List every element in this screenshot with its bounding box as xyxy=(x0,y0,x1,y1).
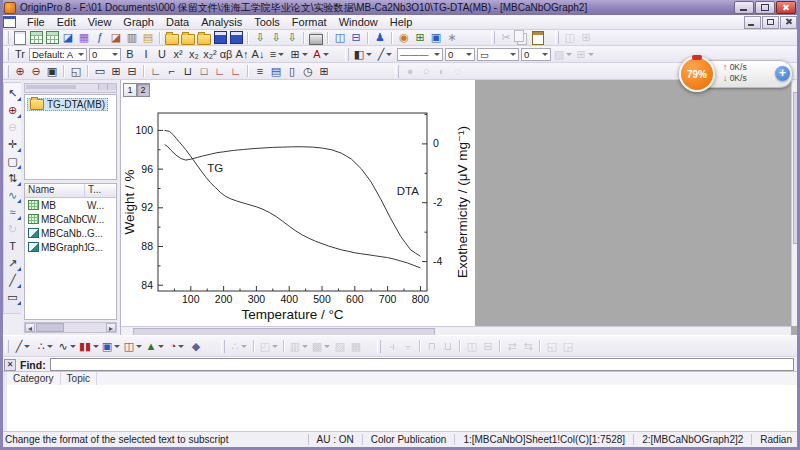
subscript-button[interactable]: x₂ xyxy=(186,47,202,62)
superscript-button[interactable]: x² xyxy=(170,47,186,62)
progress-circle[interactable]: 79% xyxy=(679,56,715,92)
child-close-button[interactable] xyxy=(780,16,797,29)
new-excel-button[interactable] xyxy=(44,30,60,45)
close-button[interactable] xyxy=(776,1,796,14)
list-header[interactable]: Name T... xyxy=(25,184,116,198)
open-button[interactable] xyxy=(164,30,180,45)
list-item[interactable]: MBW... xyxy=(25,198,116,212)
pointer-tool[interactable]: ↖ xyxy=(5,85,21,101)
fill-color-button[interactable]: ◧ xyxy=(352,47,374,62)
results-log-button[interactable]: ⊞ xyxy=(412,30,428,45)
3d-plot-button[interactable]: ◆ xyxy=(188,339,204,354)
border-width-combo[interactable]: 0 xyxy=(521,48,551,61)
child-minimize-button[interactable] xyxy=(744,16,761,29)
merge-graphs-button[interactable]: ▭ xyxy=(92,64,108,79)
close-icon[interactable]: ✕ xyxy=(4,359,16,371)
new-inset-layer-data-button[interactable]: ∟ xyxy=(228,64,244,79)
list-item[interactable]: MBCaNb...G... xyxy=(25,226,116,240)
screen-reader-tool[interactable]: ✛ xyxy=(5,136,21,152)
duplicate-window-button[interactable]: ⊟ xyxy=(348,30,364,45)
pie-chart-button[interactable]: ◔ xyxy=(166,339,188,354)
print-button[interactable] xyxy=(308,30,324,45)
title-bar[interactable]: OriginPro 8 - F:\01 Documents\000 保留文件\淮… xyxy=(0,0,800,15)
open-excel-button[interactable] xyxy=(180,30,196,45)
box-chart-button[interactable]: ◫ xyxy=(122,339,144,354)
border-combo[interactable]: ▭ xyxy=(477,48,519,61)
area-plot-button[interactable]: ▲ xyxy=(144,339,166,354)
project-explorer-button[interactable]: ◉ xyxy=(396,30,412,45)
project-explorer-bottom-scrollbar[interactable] xyxy=(24,322,117,333)
graph-4-panel-button[interactable]: ⊞ xyxy=(108,64,124,79)
italic-button[interactable]: I xyxy=(138,47,154,62)
scroll-right-button[interactable] xyxy=(107,84,116,90)
menu-analysis[interactable]: Analysis xyxy=(195,15,248,29)
paste-button[interactable] xyxy=(530,30,546,45)
add-color-scale-button[interactable]: ▤ xyxy=(268,64,284,79)
scroll-left-button[interactable] xyxy=(25,323,35,332)
new-left-bottom-axes-button[interactable]: ∟ xyxy=(148,64,164,79)
new-function-button[interactable]: ƒ xyxy=(92,30,108,45)
vertical-scrollbar[interactable] xyxy=(791,80,800,326)
selection-on-all-plots-tool[interactable]: ≈ xyxy=(5,204,21,220)
annotation-tool[interactable]: ▢ xyxy=(5,153,21,169)
underline-button[interactable]: U xyxy=(154,47,170,62)
child-restore-button[interactable] xyxy=(762,16,779,29)
list-item[interactable]: MBCaNbOW... xyxy=(25,212,116,226)
line-symbol-plot-button[interactable]: ∿ xyxy=(56,339,78,354)
scroll-right-button[interactable] xyxy=(106,323,116,332)
new-box-axes-button[interactable]: □ xyxy=(196,64,212,79)
folder-item[interactable]: TG-DTA(MB) xyxy=(27,98,108,111)
sub-superscript-button[interactable]: x₂² xyxy=(202,47,218,62)
import-single-ascii-button[interactable]: ⇩ xyxy=(268,30,284,45)
data-selector-tool[interactable]: ⇅ xyxy=(5,170,21,186)
menu-edit[interactable]: Edit xyxy=(51,15,82,29)
log-body[interactable] xyxy=(7,385,800,431)
graph-page[interactable]: 100200300400500600700800848892961000-2-4… xyxy=(121,80,475,326)
menu-window[interactable]: Window xyxy=(333,15,384,29)
collaboration-button[interactable]: ♟ xyxy=(372,30,388,45)
code-builder-button[interactable]: ∗ xyxy=(444,30,460,45)
line-tool[interactable]: ╱ xyxy=(5,272,21,288)
new-legend-button[interactable]: ≡ xyxy=(252,64,268,79)
scrollbar-thumb[interactable] xyxy=(26,85,76,89)
zoom-in-button[interactable]: ⊕ xyxy=(12,64,28,79)
font-size-combo[interactable]: 0 xyxy=(89,48,121,61)
zoom-out-button[interactable]: ⊖ xyxy=(28,64,44,79)
graph-window-icon[interactable] xyxy=(3,16,16,28)
layer-2-button[interactable]: 2 xyxy=(136,83,150,97)
new-inset-layer-button[interactable]: ∟ xyxy=(212,64,228,79)
log-column-category[interactable]: Category xyxy=(7,372,61,385)
column-type[interactable]: T... xyxy=(85,184,116,197)
rectangle-tool[interactable]: ▭ xyxy=(5,289,21,305)
import-multiple-ascii-button[interactable]: ⇩ xyxy=(284,30,300,45)
save-project-button[interactable] xyxy=(212,30,228,45)
greek-alphabet-button[interactable]: αβ xyxy=(218,47,234,62)
bold-button[interactable]: B xyxy=(122,47,138,62)
scatter-plot-button[interactable]: ∴ xyxy=(34,339,56,354)
line-style-combo[interactable]: ——— xyxy=(397,48,443,61)
new-project-button[interactable] xyxy=(12,30,28,45)
column-name[interactable]: Name xyxy=(25,184,85,197)
save-template-button[interactable] xyxy=(228,30,244,45)
menu-view[interactable]: View xyxy=(82,15,118,29)
greek-symbol-button[interactable]: Tr xyxy=(12,47,28,62)
new-3d-graph-button[interactable]: ◪ xyxy=(108,30,124,45)
selection-on-active-plot-tool[interactable]: ∿ xyxy=(5,187,21,203)
minimize-button[interactable] xyxy=(734,1,754,14)
layer-1-button[interactable]: 1 xyxy=(123,83,137,97)
project-explorer-top-scrollbar[interactable] xyxy=(24,83,117,93)
whole-page-view-button[interactable]: ▣ xyxy=(44,64,60,79)
add-button[interactable]: + xyxy=(775,66,790,81)
scrollbar-thumb[interactable] xyxy=(36,323,64,332)
arrow-tool[interactable]: ↗ xyxy=(5,255,21,271)
menu-graph[interactable]: Graph xyxy=(117,15,160,29)
import-wizard-button[interactable]: ⇩ xyxy=(252,30,268,45)
line-width-combo[interactable]: 0 xyxy=(445,48,475,61)
scrollbar-thumb[interactable] xyxy=(133,328,435,335)
font-combo[interactable]: Default: A xyxy=(29,48,87,61)
menu-help[interactable]: Help xyxy=(384,15,419,29)
new-graph-button[interactable]: ◪ xyxy=(60,30,76,45)
menu-format[interactable]: Format xyxy=(286,15,333,29)
new-lbr-axes-button[interactable]: ⊔ xyxy=(180,64,196,79)
rescale-to-show-all-button[interactable]: ◱ xyxy=(68,64,84,79)
